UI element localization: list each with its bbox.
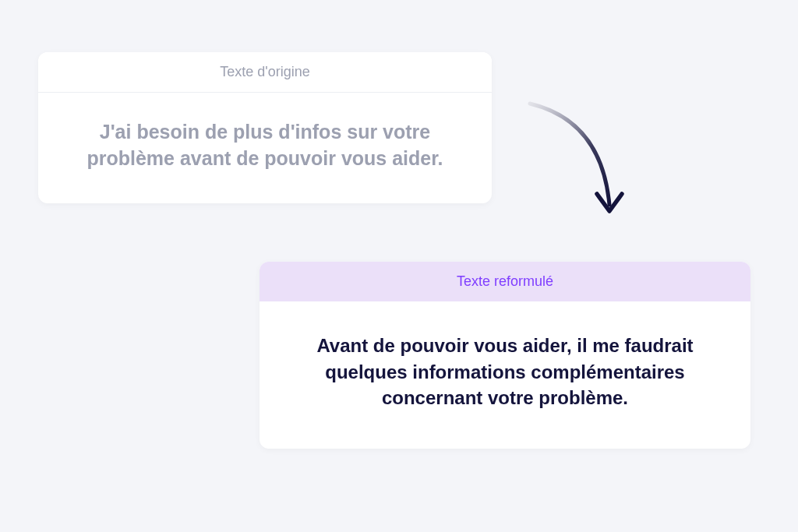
original-text-card: Texte d'origine J'ai besoin de plus d'in… [38,52,492,203]
rephrased-card-header: Texte reformulé [260,262,750,301]
transformation-arrow [516,90,656,230]
original-header-label: Texte d'origine [220,64,310,79]
original-card-body: J'ai besoin de plus d'infos sur votre pr… [38,93,492,203]
original-content-text: J'ai besoin de plus d'infos sur votre pr… [69,119,461,172]
curved-arrow-icon [516,90,656,230]
rephrased-card-body: Avant de pouvoir vous aider, il me faudr… [260,301,750,449]
original-card-header: Texte d'origine [38,52,492,93]
rephrased-header-label: Texte reformulé [457,273,553,289]
rephrased-content-text: Avant de pouvoir vous aider, il me faudr… [295,333,715,411]
rephrased-text-card: Texte reformulé Avant de pouvoir vous ai… [260,262,750,449]
